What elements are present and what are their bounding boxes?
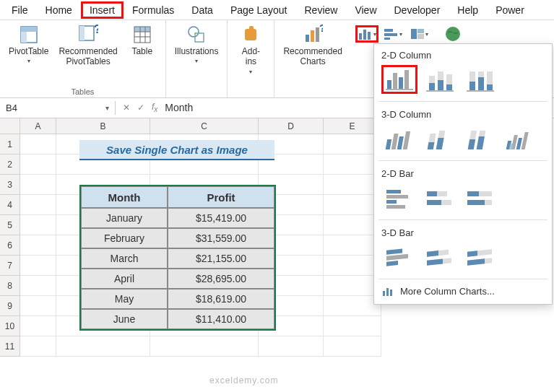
col-D[interactable]: D	[259, 118, 324, 134]
table-cell[interactable]: March	[81, 248, 168, 269]
row-10[interactable]: 10	[0, 316, 20, 336]
table-cell[interactable]: $28,695.00	[168, 269, 274, 289]
table-cell[interactable]: $11,410.00	[168, 309, 274, 329]
row-9[interactable]: 9	[0, 296, 20, 316]
cell[interactable]	[56, 336, 150, 357]
row-4[interactable]: 4	[0, 195, 20, 215]
cell[interactable]	[20, 134, 56, 154]
bar-chart-button[interactable]: ▾	[381, 25, 404, 43]
addins-button[interactable]: Add- ins ▾	[233, 23, 268, 77]
cell[interactable]	[150, 336, 259, 357]
cell[interactable]	[324, 256, 381, 276]
pivottable-label: PivotTable	[9, 46, 48, 56]
group-charts: ? Recommended Charts	[274, 20, 350, 97]
tab-home[interactable]: Home	[37, 1, 81, 19]
tab-power[interactable]: Power	[487, 1, 533, 19]
row-3[interactable]: 3	[0, 175, 20, 195]
table-cell[interactable]: May	[81, 289, 168, 309]
chevron-down-icon: ▾	[105, 104, 109, 112]
table-cell[interactable]: February	[81, 228, 168, 248]
tab-data[interactable]: Data	[183, 1, 222, 19]
tab-formulas[interactable]: Formulas	[124, 1, 183, 19]
row-1[interactable]: 1	[0, 134, 20, 154]
3d-stacked100-bar-option[interactable]	[462, 243, 498, 271]
3d-clustered-bar-option[interactable]	[381, 243, 417, 271]
col-A[interactable]: A	[20, 118, 56, 134]
cell[interactable]	[324, 154, 381, 175]
tab-developer[interactable]: Developer	[386, 1, 449, 19]
table-cell[interactable]: April	[81, 269, 168, 289]
row-6[interactable]: 6	[0, 235, 20, 256]
table-cell[interactable]: January	[81, 208, 168, 228]
table-cell[interactable]: $31,559.00	[168, 228, 274, 248]
tab-help[interactable]: Help	[449, 1, 487, 19]
clustered-column-option[interactable]	[381, 65, 417, 94]
col-E[interactable]: E	[324, 118, 381, 134]
row-5[interactable]: 5	[0, 215, 20, 235]
row-2[interactable]: 2	[0, 154, 20, 175]
cell[interactable]	[20, 235, 56, 256]
more-column-charts[interactable]: More Column Charts...	[374, 281, 552, 301]
recommended-pivottables-button[interactable]: ? Recommended PivotTables	[56, 23, 120, 69]
cell[interactable]	[324, 175, 381, 195]
formula-value[interactable]: Month	[165, 102, 193, 113]
col-C[interactable]: C	[150, 118, 259, 134]
col-B[interactable]: B	[56, 118, 150, 134]
stacked100-column-option[interactable]	[462, 65, 498, 94]
stacked100-bar-option[interactable]	[462, 183, 498, 212]
table-cell[interactable]: June	[81, 309, 168, 329]
clustered-bar-option[interactable]	[381, 183, 417, 212]
table-cell[interactable]: $15,419.00	[168, 208, 274, 228]
recommended-charts-button[interactable]: ? Recommended Charts	[280, 23, 345, 69]
cell[interactable]	[259, 336, 324, 357]
cell[interactable]	[324, 336, 381, 357]
row-7[interactable]: 7	[0, 256, 20, 276]
table-button[interactable]: Table	[125, 23, 160, 58]
cell[interactable]	[20, 256, 56, 276]
cell[interactable]	[20, 276, 56, 296]
select-all-corner[interactable]	[0, 118, 20, 134]
3d-stacked-column-option[interactable]	[422, 124, 458, 153]
cell[interactable]	[324, 296, 381, 316]
check-icon[interactable]: ✓	[137, 103, 144, 113]
stacked-bar-option[interactable]	[422, 183, 458, 212]
chevron-down-icon: ▾	[195, 58, 198, 64]
illustrations-button[interactable]: Illustrations ▾	[172, 23, 222, 66]
cell[interactable]	[20, 296, 56, 316]
hierarchy-chart-button[interactable]: ▾	[407, 25, 430, 43]
name-box[interactable]: B4 ▾	[0, 101, 116, 115]
3d-stacked100-column-option[interactable]	[462, 124, 498, 153]
table-cell[interactable]: $21,155.00	[168, 248, 274, 269]
cell[interactable]	[324, 316, 381, 336]
cell[interactable]	[20, 336, 56, 357]
cell[interactable]	[324, 195, 381, 215]
tab-file[interactable]: File	[3, 1, 37, 19]
table-cell[interactable]: $18,619.00	[168, 289, 274, 309]
cancel-icon[interactable]: ✕	[123, 103, 130, 113]
cell[interactable]	[20, 316, 56, 336]
row-8[interactable]: 8	[0, 276, 20, 296]
tab-review[interactable]: Review	[296, 1, 347, 19]
fx-icon[interactable]: fx	[152, 102, 157, 113]
cell[interactable]	[20, 215, 56, 235]
pivottable-button[interactable]: PivotTable ▾	[6, 23, 51, 66]
column-chart-button[interactable]: ▾	[355, 25, 378, 43]
watermark: exceldemy.com	[209, 375, 278, 386]
3d-clustered-column-option[interactable]	[381, 124, 417, 153]
stacked-column-option[interactable]	[422, 65, 458, 94]
data-table[interactable]: Month Profit January$15,419.00February$3…	[79, 185, 276, 331]
cell[interactable]	[324, 276, 381, 296]
3d-stacked-bar-option[interactable]	[422, 243, 458, 271]
cell[interactable]	[20, 175, 56, 195]
tab-insert[interactable]: Insert	[81, 1, 124, 19]
cell[interactable]	[324, 134, 381, 154]
maps-button[interactable]	[442, 23, 464, 45]
tab-view[interactable]: View	[346, 1, 385, 19]
3d-column-option[interactable]	[503, 124, 539, 153]
cell[interactable]	[324, 215, 381, 235]
cell[interactable]	[20, 195, 56, 215]
cell[interactable]	[324, 235, 381, 256]
cell[interactable]	[20, 154, 56, 175]
tab-page-layout[interactable]: Page Layout	[222, 1, 296, 19]
row-11[interactable]: 11	[0, 336, 20, 357]
